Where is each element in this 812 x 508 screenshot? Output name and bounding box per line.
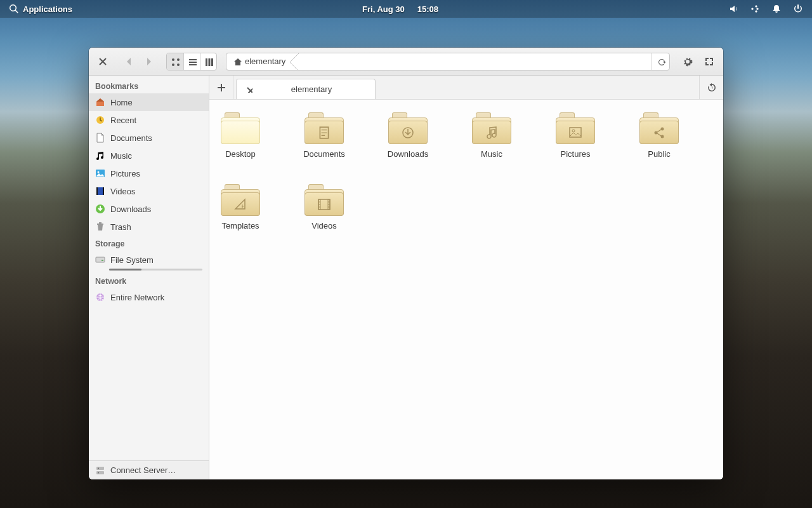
new-tab-button[interactable] <box>209 76 233 99</box>
settings-button[interactable] <box>679 53 697 70</box>
tab-history-button[interactable] <box>699 76 723 99</box>
files-window: elementary Bookmarks Home Recent Documen… <box>89 48 723 479</box>
folder-view[interactable]: Desktop Documents Downloads Music <box>209 100 723 479</box>
folder-icon <box>304 184 344 216</box>
folder-label: Videos <box>311 221 337 231</box>
folder-music[interactable]: Music <box>472 112 511 159</box>
maximize-icon <box>704 57 714 67</box>
folder-templates[interactable]: Templates <box>221 184 260 231</box>
search-icon <box>9 4 19 14</box>
sidebar: Bookmarks Home Recent Documents Music Pi… <box>89 76 209 479</box>
sidebar-item-label: Recent <box>110 116 202 125</box>
applications-menu[interactable]: Applications <box>9 4 72 14</box>
applications-label: Applications <box>23 4 72 14</box>
sidebar-item-label: Home <box>110 98 202 107</box>
sidebar-heading-storage: Storage <box>89 236 209 251</box>
close-icon <box>98 57 108 67</box>
main-pane: elementary Desktop Documents <box>209 76 723 479</box>
folder-desktop[interactable]: Desktop <box>221 112 260 159</box>
view-list-button[interactable] <box>183 53 200 70</box>
sidebar-item-home[interactable]: Home <box>89 93 209 111</box>
view-columns-button[interactable] <box>200 53 216 70</box>
sidebar-item-label: Entire Network <box>110 293 202 302</box>
recent-icon <box>95 115 105 125</box>
filesystem-usage-bar <box>109 269 202 271</box>
folder-label: Templates <box>221 221 259 231</box>
volume-indicator[interactable] <box>728 4 738 14</box>
window-close-button[interactable] <box>94 53 112 70</box>
folder-downloads[interactable]: Downloads <box>388 112 428 159</box>
sidebar-heading-bookmarks: Bookmarks <box>89 78 209 93</box>
folder-label: Downloads <box>388 149 428 159</box>
forward-icon <box>143 57 154 67</box>
folder-icon <box>304 112 344 144</box>
sidebar-item-videos[interactable]: Videos <box>89 182 209 200</box>
sidebar-item-label: File System <box>110 255 202 265</box>
network-indicator[interactable] <box>750 4 760 14</box>
sidebar-item-label: Trash <box>110 222 202 232</box>
disk-icon <box>95 255 105 265</box>
folder-public[interactable]: Public <box>639 112 679 159</box>
sidebar-item-music[interactable]: Music <box>89 147 209 164</box>
sidebar-item-documents[interactable]: Documents <box>89 129 209 147</box>
folder-icon <box>639 112 679 144</box>
close-icon <box>246 86 252 93</box>
panel-time[interactable]: 15:08 <box>417 4 438 14</box>
columns-icon <box>204 57 213 66</box>
sidebar-item-filesystem[interactable]: File System <box>89 251 209 269</box>
home-icon <box>233 57 242 66</box>
sidebar-item-pictures[interactable]: Pictures <box>89 164 209 182</box>
folder-icon <box>221 184 260 216</box>
notifications-indicator[interactable] <box>771 4 782 14</box>
pathbar[interactable]: elementary <box>226 53 670 70</box>
folder-icon <box>388 112 428 144</box>
view-grid-button[interactable] <box>167 53 183 70</box>
history-icon <box>707 83 717 93</box>
connect-server-button[interactable]: Connect Server… <box>89 460 209 479</box>
plus-icon <box>216 83 226 93</box>
sidebar-item-trash[interactable]: Trash <box>89 218 209 236</box>
volume-icon <box>728 4 738 14</box>
grid-icon <box>171 57 180 66</box>
folder-label: Music <box>481 149 502 159</box>
sidebar-item-label: Videos <box>110 187 202 196</box>
top-panel: Applications Fri, Aug 30 15:08 <box>0 0 812 18</box>
connect-server-label: Connect Server… <box>110 465 176 475</box>
nav-forward-button[interactable] <box>140 53 157 70</box>
bell-icon <box>771 4 782 14</box>
pictures-icon <box>95 168 105 178</box>
sidebar-item-label: Pictures <box>110 169 202 178</box>
session-indicator[interactable] <box>793 4 803 14</box>
folder-label: Public <box>648 149 670 159</box>
gear-icon <box>683 57 693 67</box>
list-icon <box>188 57 197 66</box>
sidebar-item-label: Downloads <box>110 204 202 214</box>
view-switcher <box>166 53 217 70</box>
titlebar: elementary <box>89 48 723 76</box>
trash-icon <box>95 222 105 232</box>
sidebar-item-recent[interactable]: Recent <box>89 111 209 129</box>
folder-label: Documents <box>303 149 345 159</box>
sidebar-item-downloads[interactable]: Downloads <box>89 200 209 218</box>
network-icon <box>95 292 105 302</box>
folder-icon <box>556 112 595 144</box>
download-icon <box>95 204 105 214</box>
home-icon <box>95 97 105 107</box>
folder-pictures[interactable]: Pictures <box>556 112 595 159</box>
music-icon <box>95 150 105 161</box>
tab-title: elementary <box>254 84 369 94</box>
window-maximize-button[interactable] <box>700 53 718 70</box>
breadcrumb-home[interactable]: elementary <box>226 53 294 70</box>
server-icon <box>95 465 105 476</box>
sidebar-item-network[interactable]: Entire Network <box>89 288 209 306</box>
folder-label: Desktop <box>225 149 256 159</box>
tab[interactable]: elementary <box>236 79 376 99</box>
folder-videos[interactable]: Videos <box>304 184 344 231</box>
document-icon <box>95 133 105 143</box>
folder-documents[interactable]: Documents <box>304 112 344 159</box>
tab-close-button[interactable] <box>243 84 254 95</box>
tabbar: elementary <box>209 76 723 100</box>
nav-back-button[interactable] <box>121 53 138 70</box>
panel-date[interactable]: Fri, Aug 30 <box>362 4 405 14</box>
pathbar-refresh-button[interactable] <box>652 53 669 70</box>
